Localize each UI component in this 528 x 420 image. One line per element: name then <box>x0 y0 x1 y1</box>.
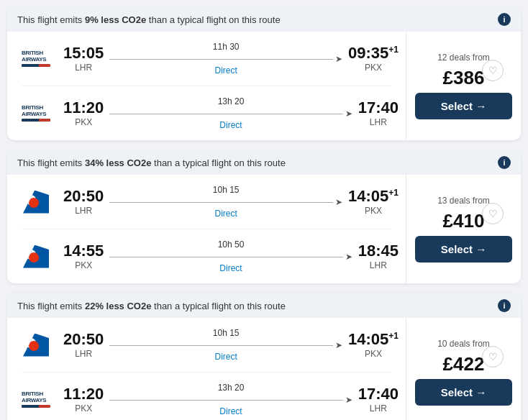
flight-card-1: This flight emits 9% less CO2e than a ty… <box>7 7 521 140</box>
arrive-airport: PKX <box>365 63 382 73</box>
row-divider <box>22 372 391 373</box>
route-line: ➤ <box>109 395 352 405</box>
route-info: 10h 50 ➤ Direct <box>109 239 352 273</box>
route-line: ➤ <box>109 197 342 207</box>
duration: 11h 30 <box>213 42 240 52</box>
airline-logo: BRITISHAIRWAYS <box>14 105 58 122</box>
airline-logo <box>14 334 58 357</box>
booking-panel-inner: ♡ 12 deals from £386 Select → <box>415 52 512 119</box>
direct-label: Direct <box>214 209 237 219</box>
direct-label: Direct <box>219 406 242 416</box>
eco-highlight: 34% less CO2e <box>85 158 152 168</box>
info-icon[interactable]: i <box>498 13 511 26</box>
direct-label: Direct <box>219 120 242 130</box>
deals-from: 13 deals from <box>437 196 490 206</box>
eco-banner: This flight emits 22% less CO2e than a t… <box>7 293 521 318</box>
china-southern-logo <box>23 191 49 214</box>
depart-time-block: 20:50 LHR <box>63 188 104 215</box>
flight-details: 20:50 LHR 10h 15 ➤ Direct 14:05+1 PKX <box>7 318 406 420</box>
arrow-icon: ➤ <box>345 395 352 405</box>
select-button[interactable]: Select → <box>415 93 512 119</box>
inbound-flight-row: 14:55 PKX 10h 50 ➤ Direct 18:45 LHR <box>14 239 399 273</box>
duration: 10h 15 <box>213 328 240 338</box>
route-line: ➤ <box>109 340 342 350</box>
direct-label: Direct <box>214 352 237 362</box>
duration: 13h 20 <box>218 96 245 106</box>
airline-logo <box>14 245 58 268</box>
outbound-flight-row: BRITISHAIRWAYS 15:05 LHR 11h 30 ➤ Direct… <box>14 42 399 76</box>
flight-body: 20:50 LHR 10h 15 ➤ Direct 14:05+1 PKX <box>7 318 521 420</box>
arrow-icon: ➤ <box>335 340 342 350</box>
route-info: 13h 20 ➤ Direct <box>109 383 352 416</box>
route-line: ➤ <box>109 109 352 119</box>
duration: 13h 20 <box>218 383 245 393</box>
arrive-airport: PKX <box>365 349 382 359</box>
arrow-icon: ➤ <box>345 252 352 262</box>
direct-label: Direct <box>219 263 242 273</box>
china-southern-logo <box>23 334 49 357</box>
route-info: 10h 15 ➤ Direct <box>109 185 342 219</box>
favourite-button[interactable]: ♡ <box>482 60 504 81</box>
arrive-time: 14:05+1 <box>348 188 399 205</box>
eco-banner: This flight emits 34% less CO2e than a t… <box>7 150 521 175</box>
direct-label: Direct <box>214 65 237 76</box>
inbound-flight-row: BRITISHAIRWAYS 11:20 PKX 13h 20 ➤ Direct… <box>14 383 399 416</box>
eco-text: This flight emits 34% less CO2e than a t… <box>17 158 498 168</box>
depart-airport: LHR <box>75 206 92 216</box>
arrow-icon: ➤ <box>335 197 342 207</box>
favourite-button[interactable]: ♡ <box>482 203 504 224</box>
eco-highlight: 9% less CO2e <box>85 14 146 25</box>
arrive-time-block: 17:40 LHR <box>358 99 399 127</box>
flight-details: 20:50 LHR 10h 15 ➤ Direct 14:05+1 PKX <box>7 175 406 283</box>
depart-time-block: 15:05 LHR <box>63 45 104 72</box>
outbound-flight-row: 20:50 LHR 10h 15 ➤ Direct 14:05+1 PKX <box>14 328 399 362</box>
eco-text: This flight emits 22% less CO2e than a t… <box>17 301 498 311</box>
arrive-time-block: 14:05+1 PKX <box>348 188 399 215</box>
deals-from: 12 deals from <box>437 52 490 63</box>
inbound-flight-row: BRITISHAIRWAYS 11:20 PKX 13h 20 ➤ Direct… <box>14 96 399 130</box>
depart-airport: PKX <box>75 260 92 270</box>
route-info: 10h 15 ➤ Direct <box>109 328 342 362</box>
arrive-time: 14:05+1 <box>348 331 399 348</box>
arrive-airport: LHR <box>370 260 387 270</box>
booking-panel: ♡ 12 deals from £386 Select → <box>406 32 521 140</box>
depart-time: 11:20 <box>63 385 104 403</box>
china-southern-logo <box>23 245 49 268</box>
row-divider <box>22 229 391 229</box>
route-info: 13h 20 ➤ Direct <box>109 96 352 130</box>
outbound-flight-row: 20:50 LHR 10h 15 ➤ Direct 14:05+1 PKX <box>14 185 399 219</box>
favourite-button[interactable]: ♡ <box>482 346 504 368</box>
route-line: ➤ <box>109 54 342 64</box>
info-icon[interactable]: i <box>498 299 511 312</box>
eco-highlight: 22% less CO2e <box>85 301 152 311</box>
duration: 10h 50 <box>218 239 245 250</box>
depart-time-block: 14:55 PKX <box>63 242 104 270</box>
info-icon[interactable]: i <box>498 156 511 169</box>
depart-time-block: 11:20 PKX <box>63 385 104 413</box>
arrive-suffix: +1 <box>388 331 399 341</box>
depart-airport: LHR <box>75 349 92 359</box>
arrive-airport: LHR <box>370 117 387 127</box>
booking-panel: ♡ 10 deals from £422 Select → <box>406 318 521 420</box>
price: £386 <box>443 68 485 87</box>
arrive-airport: LHR <box>370 403 387 414</box>
booking-panel: ♡ 13 deals from £410 Select → <box>406 175 521 283</box>
arrive-time: 17:40 <box>358 99 399 117</box>
depart-airport: PKX <box>75 403 92 414</box>
arrive-suffix: +1 <box>388 45 399 55</box>
duration: 10h 15 <box>213 185 240 195</box>
select-button[interactable]: Select → <box>415 379 512 406</box>
select-button[interactable]: Select → <box>415 236 512 262</box>
price: £422 <box>443 355 485 373</box>
arrive-time: 09:35+1 <box>348 45 399 62</box>
eco-banner: This flight emits 9% less CO2e than a ty… <box>7 7 521 32</box>
arrive-time: 17:40 <box>358 385 399 403</box>
depart-airport: LHR <box>75 63 92 73</box>
airline-logo: BRITISHAIRWAYS <box>14 50 58 68</box>
british-airways-logo: BRITISHAIRWAYS <box>22 105 50 122</box>
arrive-time-block: 09:35+1 PKX <box>348 45 399 72</box>
arrow-icon: ➤ <box>335 54 342 64</box>
row-divider <box>22 86 391 86</box>
depart-time-block: 11:20 PKX <box>63 99 104 127</box>
depart-time: 20:50 <box>63 188 104 205</box>
